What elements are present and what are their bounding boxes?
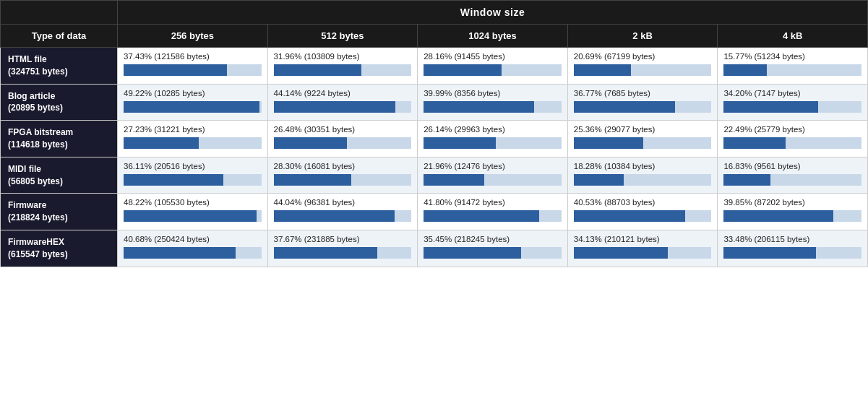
bar-container: [574, 174, 712, 186]
bar-container: [723, 137, 861, 149]
table-row: Blog article(20895 bytes)49.22% (10285 b…: [1, 84, 868, 121]
bar-container: [274, 174, 412, 186]
table-row: FirmwareHEX(615547 bytes)40.68% (250424 …: [1, 230, 868, 267]
cell-text: 33.48% (206115 bytes): [723, 235, 861, 243]
type-cell: MIDI file(56805 bytes): [1, 157, 118, 194]
data-cell: 16.83% (9561 bytes): [718, 157, 868, 194]
cell-text: 18.28% (10384 bytes): [574, 162, 712, 170]
bar-container: [274, 64, 412, 76]
data-cell: 20.69% (67199 bytes): [567, 48, 718, 85]
cell-text: 35.45% (218245 bytes): [424, 235, 562, 243]
cell-text: 44.04% (96381 bytes): [274, 198, 412, 207]
bar-fill: [723, 64, 767, 76]
bar-fill: [274, 101, 395, 113]
bar-fill: [124, 101, 259, 113]
cell-text: 31.96% (103809 bytes): [274, 52, 412, 61]
cell-text: 27.23% (31221 bytes): [124, 125, 262, 134]
bar-fill: [723, 247, 816, 259]
cell-text: 34.20% (7147 bytes): [723, 89, 861, 98]
bar-fill: [124, 174, 223, 186]
data-cell: 48.22% (105530 bytes): [118, 194, 268, 230]
type-col-header: [1, 1, 118, 25]
header-row-1: Window size: [1, 1, 868, 25]
bar-fill: [723, 210, 833, 222]
bar-fill: [574, 247, 668, 259]
bar-container: [424, 174, 562, 186]
bar-fill: [424, 247, 521, 259]
cell-text: 40.68% (250424 bytes): [124, 235, 262, 243]
bar-container: [574, 210, 712, 222]
cell-text: 34.13% (210121 bytes): [574, 235, 712, 243]
data-cell: 25.36% (29077 bytes): [567, 121, 718, 157]
bar-container: [574, 137, 712, 149]
data-cell: 31.96% (103809 bytes): [267, 48, 418, 85]
type-cell: FPGA bitstream(114618 bytes): [1, 121, 118, 157]
data-cell: 40.53% (88703 bytes): [567, 194, 718, 230]
data-cell: 26.14% (29963 bytes): [418, 121, 568, 157]
bar-container: [424, 64, 562, 76]
cell-text: 41.80% (91472 bytes): [424, 198, 562, 207]
data-cell: 28.30% (16081 bytes): [267, 157, 418, 194]
col-header-512: 512 bytes: [267, 25, 418, 48]
col-header-1024: 1024 bytes: [418, 25, 568, 48]
bar-container: [424, 247, 562, 259]
bar-fill: [274, 210, 395, 222]
bar-fill: [424, 64, 501, 76]
cell-text: 49.22% (10285 bytes): [124, 89, 262, 98]
bar-container: [424, 101, 562, 113]
data-cell: 40.68% (250424 bytes): [118, 230, 268, 267]
bar-fill: [274, 64, 362, 76]
bar-container: [274, 101, 412, 113]
data-cell: 44.14% (9224 bytes): [267, 84, 418, 121]
data-cell: 28.16% (91455 bytes): [418, 48, 568, 85]
bar-fill: [723, 101, 817, 113]
data-cell: 34.20% (7147 bytes): [718, 84, 868, 121]
type-of-data-header: Type of data: [1, 25, 118, 48]
cell-text: 28.30% (16081 bytes): [274, 162, 412, 170]
table-row: Firmware(218824 bytes)48.22% (105530 byt…: [1, 194, 868, 230]
cell-text: 44.14% (9224 bytes): [274, 89, 412, 98]
table-row: MIDI file(56805 bytes)36.11% (20516 byte…: [1, 157, 868, 194]
col-header-256: 256 bytes: [118, 25, 268, 48]
cell-text: 37.67% (231885 bytes): [274, 235, 412, 243]
window-size-header: Window size: [118, 1, 868, 25]
cell-text: 22.49% (25779 bytes): [723, 125, 861, 134]
data-cell: 49.22% (10285 bytes): [118, 84, 268, 121]
data-cell: 37.43% (121586 bytes): [118, 48, 268, 85]
bar-container: [124, 210, 262, 222]
cell-text: 39.99% (8356 bytes): [424, 89, 562, 98]
bar-fill: [723, 137, 786, 149]
bar-container: [424, 137, 562, 149]
bar-container: [723, 64, 861, 76]
bar-fill: [274, 247, 378, 259]
bar-fill: [274, 137, 347, 149]
bar-container: [124, 137, 262, 149]
table-row: HTML file(324751 bytes)37.43% (121586 by…: [1, 48, 868, 85]
bar-fill: [424, 210, 538, 222]
bar-container: [723, 210, 861, 222]
data-cell: 18.28% (10384 bytes): [567, 157, 718, 194]
data-cell: 36.11% (20516 bytes): [118, 157, 268, 194]
cell-text: 16.83% (9561 bytes): [723, 162, 861, 170]
main-table: Window size Type of data 256 bytes 512 b…: [0, 0, 868, 267]
cell-text: 15.77% (51234 bytes): [723, 52, 861, 61]
cell-text: 39.85% (87202 bytes): [723, 198, 861, 207]
bar-container: [124, 64, 262, 76]
data-cell: 33.48% (206115 bytes): [718, 230, 868, 267]
bar-fill: [574, 210, 685, 222]
bar-fill: [124, 137, 199, 149]
bar-fill: [424, 174, 484, 186]
bar-container: [124, 174, 262, 186]
type-cell: FirmwareHEX(615547 bytes): [1, 230, 118, 267]
table-row: FPGA bitstream(114618 bytes)27.23% (3122…: [1, 121, 868, 157]
bar-fill: [424, 137, 496, 149]
bar-container: [574, 247, 712, 259]
bar-container: [723, 101, 861, 113]
data-cell: 44.04% (96381 bytes): [267, 194, 418, 230]
col-header-2kb: 2 kB: [567, 25, 718, 48]
bar-fill: [574, 101, 675, 113]
cell-text: 26.14% (29963 bytes): [424, 125, 562, 134]
col-header-4kb: 4 kB: [718, 25, 868, 48]
cell-text: 26.48% (30351 bytes): [274, 125, 412, 134]
data-cell: 35.45% (218245 bytes): [418, 230, 568, 267]
